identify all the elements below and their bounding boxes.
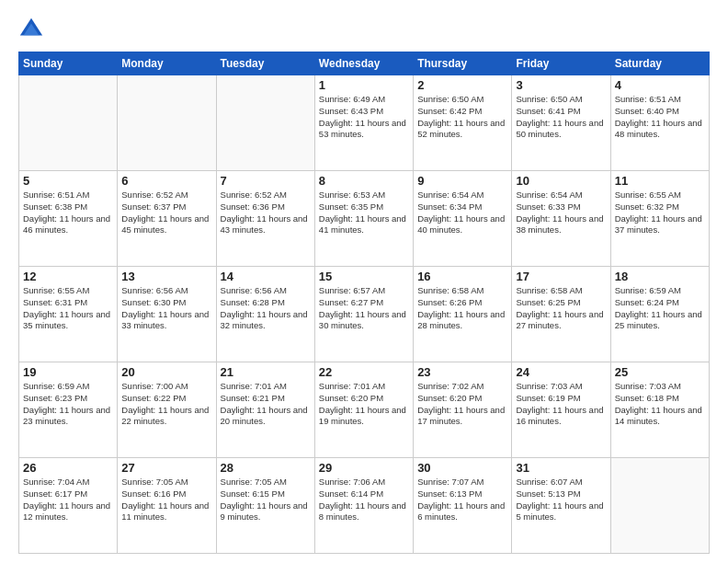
day-number: 27 bbox=[121, 461, 211, 475]
day-number: 13 bbox=[121, 270, 211, 283]
table-row: 13Sunrise: 6:56 AM Sunset: 6:30 PM Dayli… bbox=[118, 267, 216, 362]
day-info: Sunrise: 6:52 AM Sunset: 6:37 PM Dayligh… bbox=[121, 190, 211, 236]
table-row: 26Sunrise: 7:04 AM Sunset: 6:17 PM Dayli… bbox=[19, 458, 118, 554]
header bbox=[18, 17, 710, 42]
day-number: 18 bbox=[615, 270, 705, 283]
table-row: 28Sunrise: 7:05 AM Sunset: 6:15 PM Dayli… bbox=[216, 458, 314, 554]
day-info: Sunrise: 6:50 AM Sunset: 6:42 PM Dayligh… bbox=[417, 94, 507, 141]
day-number: 11 bbox=[615, 174, 705, 188]
day-number: 8 bbox=[319, 174, 409, 188]
day-info: Sunrise: 6:49 AM Sunset: 6:43 PM Dayligh… bbox=[319, 94, 409, 141]
table-row: 24Sunrise: 7:03 AM Sunset: 6:19 PM Dayli… bbox=[512, 362, 610, 458]
col-tuesday: Tuesday bbox=[216, 52, 314, 75]
table-row: 23Sunrise: 7:02 AM Sunset: 6:20 PM Dayli… bbox=[414, 362, 512, 458]
table-row: 5Sunrise: 6:51 AM Sunset: 6:38 PM Daylig… bbox=[19, 171, 118, 267]
day-number: 9 bbox=[417, 174, 507, 188]
calendar-week-row: 5Sunrise: 6:51 AM Sunset: 6:38 PM Daylig… bbox=[19, 171, 710, 267]
table-row: 17Sunrise: 6:58 AM Sunset: 6:25 PM Dayli… bbox=[512, 267, 610, 362]
page: Sunday Monday Tuesday Wednesday Thursday… bbox=[0, 0, 728, 563]
day-info: Sunrise: 6:52 AM Sunset: 6:36 PM Dayligh… bbox=[221, 190, 311, 236]
logo bbox=[18, 17, 48, 42]
day-number: 15 bbox=[319, 270, 409, 283]
table-row: 8Sunrise: 6:53 AM Sunset: 6:35 PM Daylig… bbox=[314, 171, 413, 267]
day-number: 23 bbox=[417, 365, 507, 379]
day-number: 6 bbox=[121, 174, 211, 188]
day-number: 14 bbox=[221, 270, 311, 283]
day-info: Sunrise: 6:58 AM Sunset: 6:26 PM Dayligh… bbox=[417, 285, 507, 332]
day-number: 1 bbox=[319, 78, 409, 92]
col-thursday: Thursday bbox=[414, 52, 512, 75]
day-number: 22 bbox=[319, 365, 409, 379]
day-number: 24 bbox=[516, 365, 606, 379]
table-row bbox=[118, 75, 216, 171]
day-info: Sunrise: 6:56 AM Sunset: 6:28 PM Dayligh… bbox=[221, 285, 311, 332]
table-row: 14Sunrise: 6:56 AM Sunset: 6:28 PM Dayli… bbox=[216, 267, 314, 362]
day-number: 29 bbox=[319, 461, 409, 475]
day-info: Sunrise: 7:04 AM Sunset: 6:17 PM Dayligh… bbox=[23, 477, 113, 523]
table-row: 4Sunrise: 6:51 AM Sunset: 6:40 PM Daylig… bbox=[610, 75, 709, 171]
day-info: Sunrise: 6:53 AM Sunset: 6:35 PM Dayligh… bbox=[319, 190, 409, 236]
table-row: 27Sunrise: 7:05 AM Sunset: 6:16 PM Dayli… bbox=[118, 458, 216, 554]
day-info: Sunrise: 7:07 AM Sunset: 6:13 PM Dayligh… bbox=[417, 477, 507, 523]
day-info: Sunrise: 7:01 AM Sunset: 6:21 PM Dayligh… bbox=[221, 381, 311, 428]
table-row bbox=[216, 75, 314, 171]
day-number: 30 bbox=[417, 461, 507, 475]
table-row: 20Sunrise: 7:00 AM Sunset: 6:22 PM Dayli… bbox=[118, 362, 216, 458]
day-info: Sunrise: 7:05 AM Sunset: 6:16 PM Dayligh… bbox=[121, 477, 211, 523]
calendar-header-row: Sunday Monday Tuesday Wednesday Thursday… bbox=[19, 52, 710, 75]
table-row: 15Sunrise: 6:57 AM Sunset: 6:27 PM Dayli… bbox=[314, 267, 413, 362]
table-row: 30Sunrise: 7:07 AM Sunset: 6:13 PM Dayli… bbox=[414, 458, 512, 554]
day-info: Sunrise: 6:59 AM Sunset: 6:24 PM Dayligh… bbox=[615, 285, 705, 332]
day-number: 10 bbox=[516, 174, 606, 188]
table-row: 10Sunrise: 6:54 AM Sunset: 6:33 PM Dayli… bbox=[512, 171, 610, 267]
table-row: 18Sunrise: 6:59 AM Sunset: 6:24 PM Dayli… bbox=[610, 267, 709, 362]
calendar-week-row: 1Sunrise: 6:49 AM Sunset: 6:43 PM Daylig… bbox=[19, 75, 710, 171]
table-row: 25Sunrise: 7:03 AM Sunset: 6:18 PM Dayli… bbox=[610, 362, 709, 458]
day-info: Sunrise: 7:01 AM Sunset: 6:20 PM Dayligh… bbox=[319, 381, 409, 428]
day-number: 26 bbox=[23, 461, 113, 475]
day-number: 17 bbox=[516, 270, 606, 283]
table-row: 3Sunrise: 6:50 AM Sunset: 6:41 PM Daylig… bbox=[512, 75, 610, 171]
day-info: Sunrise: 6:51 AM Sunset: 6:38 PM Dayligh… bbox=[23, 190, 113, 236]
table-row: 16Sunrise: 6:58 AM Sunset: 6:26 PM Dayli… bbox=[414, 267, 512, 362]
day-info: Sunrise: 6:07 AM Sunset: 5:13 PM Dayligh… bbox=[516, 477, 606, 523]
day-number: 2 bbox=[417, 78, 507, 92]
table-row: 7Sunrise: 6:52 AM Sunset: 6:36 PM Daylig… bbox=[216, 171, 314, 267]
table-row: 11Sunrise: 6:55 AM Sunset: 6:32 PM Dayli… bbox=[610, 171, 709, 267]
table-row bbox=[610, 458, 709, 554]
col-sunday: Sunday bbox=[19, 52, 118, 75]
day-info: Sunrise: 6:58 AM Sunset: 6:25 PM Dayligh… bbox=[516, 285, 606, 332]
day-number: 12 bbox=[23, 270, 113, 283]
day-number: 25 bbox=[615, 365, 705, 379]
day-number: 3 bbox=[516, 78, 606, 92]
day-info: Sunrise: 6:50 AM Sunset: 6:41 PM Dayligh… bbox=[516, 94, 606, 141]
day-info: Sunrise: 6:57 AM Sunset: 6:27 PM Dayligh… bbox=[319, 285, 409, 332]
day-number: 21 bbox=[221, 365, 311, 379]
day-info: Sunrise: 7:06 AM Sunset: 6:14 PM Dayligh… bbox=[319, 477, 409, 523]
table-row: 21Sunrise: 7:01 AM Sunset: 6:21 PM Dayli… bbox=[216, 362, 314, 458]
table-row: 2Sunrise: 6:50 AM Sunset: 6:42 PM Daylig… bbox=[414, 75, 512, 171]
table-row: 19Sunrise: 6:59 AM Sunset: 6:23 PM Dayli… bbox=[19, 362, 118, 458]
day-number: 4 bbox=[615, 78, 705, 92]
day-number: 31 bbox=[516, 461, 606, 475]
day-number: 7 bbox=[221, 174, 311, 188]
day-info: Sunrise: 7:05 AM Sunset: 6:15 PM Dayligh… bbox=[221, 477, 311, 523]
calendar-table: Sunday Monday Tuesday Wednesday Thursday… bbox=[18, 52, 710, 554]
day-info: Sunrise: 7:00 AM Sunset: 6:22 PM Dayligh… bbox=[121, 381, 211, 428]
table-row: 29Sunrise: 7:06 AM Sunset: 6:14 PM Dayli… bbox=[314, 458, 413, 554]
table-row: 9Sunrise: 6:54 AM Sunset: 6:34 PM Daylig… bbox=[414, 171, 512, 267]
table-row: 1Sunrise: 6:49 AM Sunset: 6:43 PM Daylig… bbox=[314, 75, 413, 171]
day-info: Sunrise: 6:54 AM Sunset: 6:34 PM Dayligh… bbox=[417, 190, 507, 236]
day-info: Sunrise: 6:54 AM Sunset: 6:33 PM Dayligh… bbox=[516, 190, 606, 236]
table-row: 6Sunrise: 6:52 AM Sunset: 6:37 PM Daylig… bbox=[118, 171, 216, 267]
day-info: Sunrise: 6:56 AM Sunset: 6:30 PM Dayligh… bbox=[121, 285, 211, 332]
table-row: 31Sunrise: 6:07 AM Sunset: 5:13 PM Dayli… bbox=[512, 458, 610, 554]
day-number: 5 bbox=[23, 174, 113, 188]
day-info: Sunrise: 7:03 AM Sunset: 6:19 PM Dayligh… bbox=[516, 381, 606, 428]
day-number: 28 bbox=[221, 461, 311, 475]
day-number: 19 bbox=[23, 365, 113, 379]
day-info: Sunrise: 6:55 AM Sunset: 6:31 PM Dayligh… bbox=[23, 285, 113, 332]
day-info: Sunrise: 7:02 AM Sunset: 6:20 PM Dayligh… bbox=[417, 381, 507, 428]
calendar-week-row: 19Sunrise: 6:59 AM Sunset: 6:23 PM Dayli… bbox=[19, 362, 710, 458]
table-row: 22Sunrise: 7:01 AM Sunset: 6:20 PM Dayli… bbox=[314, 362, 413, 458]
